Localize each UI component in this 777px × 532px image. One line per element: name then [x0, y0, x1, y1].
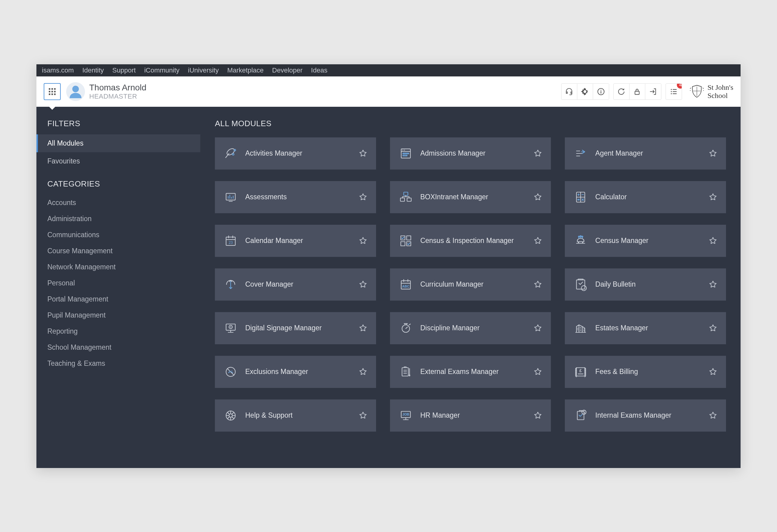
notifications-button[interactable]: 4 — [666, 84, 682, 100]
favourite-star-button[interactable] — [533, 236, 542, 245]
favourite-star-button[interactable] — [708, 236, 717, 245]
topnav-link-marketplace[interactable]: Marketplace — [227, 66, 264, 74]
module-card-agent-manager[interactable]: Agent Manager — [565, 137, 726, 169]
favourite-star-button[interactable] — [358, 367, 367, 376]
lock-button[interactable] — [630, 84, 645, 100]
svg-rect-6 — [49, 94, 50, 95]
topnav-link-support[interactable]: Support — [112, 66, 136, 74]
module-card-hr-manager[interactable]: JOBHR Manager — [390, 399, 551, 432]
favourite-star-button[interactable] — [533, 280, 542, 289]
favourite-star-button[interactable] — [358, 280, 367, 289]
svg-rect-45 — [407, 236, 411, 240]
favourite-star-button[interactable] — [533, 149, 542, 158]
svg-rect-34 — [400, 198, 405, 201]
favourite-star-button[interactable] — [533, 411, 542, 420]
module-card-external-exams-manager[interactable]: External Exams Manager — [390, 356, 551, 388]
svg-rect-20 — [673, 93, 677, 94]
external-exams-icon — [399, 365, 413, 379]
module-card-calculator[interactable]: Calculator — [565, 181, 726, 213]
topnav-link-isams-com[interactable]: isams.com — [42, 66, 74, 74]
apps-launcher-button[interactable] — [44, 83, 61, 100]
svg-rect-7 — [51, 94, 53, 95]
svg-rect-5 — [54, 91, 56, 92]
favourite-star-button[interactable] — [358, 192, 367, 202]
topnav-link-icommunity[interactable]: iCommunity — [144, 66, 180, 74]
filters-heading: FILTERS — [36, 119, 200, 134]
svg-rect-19 — [673, 91, 677, 92]
favourite-star-button[interactable] — [708, 323, 717, 333]
category-reporting[interactable]: Reporting — [36, 323, 200, 340]
category-course-management[interactable]: Course Management — [36, 243, 200, 259]
user-avatar[interactable] — [66, 82, 85, 101]
topnav-link-iuniversity[interactable]: iUniversity — [188, 66, 219, 74]
school-name-2: School — [707, 92, 733, 100]
module-card-calendar-manager[interactable]: 23Calendar Manager — [215, 225, 376, 257]
module-card-estates-manager[interactable]: Estates Manager — [565, 312, 726, 344]
cover-icon — [224, 278, 237, 291]
category-pupil-management[interactable]: Pupil Management — [36, 307, 200, 323]
category-portal-management[interactable]: Portal Management — [36, 291, 200, 307]
module-card-internal-exams-manager[interactable]: Internal Exams Manager — [565, 399, 726, 432]
filter-favourites[interactable]: Favourites — [36, 152, 200, 170]
assessments-icon — [224, 190, 237, 204]
topnav-link-ideas[interactable]: Ideas — [311, 66, 328, 74]
filter-all-modules[interactable]: All Modules — [36, 134, 200, 152]
module-icon — [573, 321, 588, 336]
favourite-star-button[interactable] — [708, 149, 717, 158]
favourite-star-button[interactable] — [533, 323, 542, 333]
module-card-activities-manager[interactable]: Activities Manager — [215, 137, 376, 169]
main-content: ALL MODULES Activities ManagerAdmissions… — [200, 107, 741, 468]
favourite-star-button[interactable] — [708, 367, 717, 376]
favourite-star-button[interactable] — [533, 367, 542, 376]
module-card-discipline-manager[interactable]: Discipline Manager — [390, 312, 551, 344]
module-icon — [399, 234, 413, 248]
svg-text:JOB: JOB — [402, 412, 409, 416]
svg-point-52 — [582, 242, 583, 243]
app-window: isams.comIdentitySupportiCommunityiUnive… — [36, 64, 741, 468]
topnav-link-identity[interactable]: Identity — [82, 66, 104, 74]
activities-icon — [224, 147, 237, 160]
favourite-star-button[interactable] — [358, 411, 367, 420]
category-accounts[interactable]: Accounts — [36, 195, 200, 211]
favourite-star-button[interactable] — [708, 192, 717, 202]
svg-point-16 — [671, 91, 672, 92]
headset-button[interactable] — [561, 84, 577, 100]
module-card-fees-billing[interactable]: £Fees & Billing — [565, 356, 726, 388]
refresh-button[interactable] — [614, 84, 630, 100]
info-button[interactable] — [593, 84, 609, 100]
module-card-admissions-manager[interactable]: Admissions Manager — [390, 137, 551, 169]
module-card-cover-manager[interactable]: Cover Manager — [215, 268, 376, 300]
agent-icon — [574, 147, 587, 160]
module-card-help-support[interactable]: Help & Support — [215, 399, 376, 432]
category-personal[interactable]: Personal — [36, 275, 200, 291]
category-communications[interactable]: Communications — [36, 227, 200, 243]
favourite-star-button[interactable] — [533, 192, 542, 202]
module-card-curriculum-manager[interactable]: ABCCurriculum Manager — [390, 268, 551, 300]
module-card-boxintranet-manager[interactable]: BOXIntranet Manager — [390, 181, 551, 213]
module-label: Digital Signage Manager — [245, 324, 351, 332]
module-card-exclusions-manager[interactable]: Exclusions Manager — [215, 356, 376, 388]
module-card-census-manager[interactable]: Census Manager — [565, 225, 726, 257]
category-school-management[interactable]: School Management — [36, 340, 200, 356]
favourite-star-button[interactable] — [708, 280, 717, 289]
svg-point-15 — [671, 89, 672, 90]
module-card-assessments[interactable]: Assessments — [215, 181, 376, 213]
category-administration[interactable]: Administration — [36, 211, 200, 227]
category-teaching-exams[interactable]: Teaching & Exams — [36, 356, 200, 372]
logout-button[interactable] — [645, 84, 661, 100]
favourite-star-button[interactable] — [708, 411, 717, 420]
module-card-digital-signage-manager[interactable]: Digital Signage Manager — [215, 312, 376, 344]
favourite-star-button[interactable] — [358, 236, 367, 245]
svg-rect-2 — [54, 88, 56, 90]
module-icon — [399, 365, 413, 379]
svg-text:23: 23 — [229, 240, 233, 245]
main-heading: ALL MODULES — [215, 119, 726, 128]
category-network-management[interactable]: Network Management — [36, 259, 200, 275]
topnav-link-developer[interactable]: Developer — [272, 66, 303, 74]
module-label: Estates Manager — [595, 324, 701, 332]
settings-button[interactable] — [577, 84, 593, 100]
module-card-daily-bulletin[interactable]: Daily Bulletin — [565, 268, 726, 300]
favourite-star-button[interactable] — [358, 149, 367, 158]
favourite-star-button[interactable] — [358, 323, 367, 333]
module-card-census-inspection-manager[interactable]: Census & Inspection Manager — [390, 225, 551, 257]
